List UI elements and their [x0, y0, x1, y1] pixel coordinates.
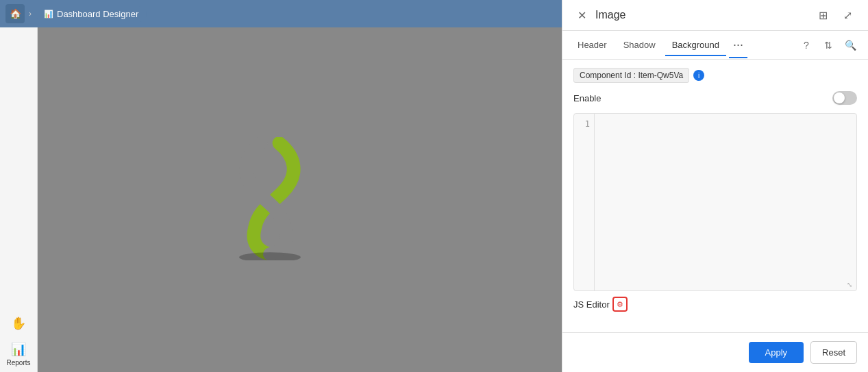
reports-label: Reports [6, 359, 30, 367]
code-content[interactable] [595, 114, 856, 290]
panel-header: ✕ Image ⊞ ⤢ [562, 0, 868, 31]
top-bar: 🏠 › 📊 Dashboard Designer [0, 0, 562, 27]
code-editor[interactable]: 1 ⤡ [573, 113, 857, 291]
tabs-bar: Header Shadow Background ··· ? ⇅ 🔍 [562, 31, 868, 60]
layout-icon-button[interactable]: ⊞ [813, 5, 832, 25]
right-panel: ✕ Image ⊞ ⤢ Header Shadow Background ···… [562, 0, 868, 372]
js-editor-label: JS Editor [573, 299, 610, 310]
sort-icon-button[interactable]: ⇅ [819, 36, 838, 55]
enable-label: Enable [573, 93, 601, 103]
reports-icon: 📊 [11, 342, 26, 357]
logo-container [215, 137, 325, 263]
panel-title: Image [595, 9, 625, 21]
tab-background[interactable]: Background [665, 34, 726, 55]
breadcrumb-label: Dashboard Designer [57, 9, 138, 19]
canvas-area[interactable]: ✋ 📊 Reports [0, 27, 562, 372]
canvas-panel: 🏠 › 📊 Dashboard Designer ✋ 📊 Reports [0, 0, 562, 372]
resize-handle[interactable]: ⤡ [847, 281, 855, 289]
tab-more[interactable]: ··· [729, 32, 747, 58]
dna-logo [215, 137, 325, 260]
line-numbers: 1 [574, 114, 595, 290]
tab-header[interactable]: Header [571, 34, 614, 55]
search-icon-button[interactable]: 🔍 [841, 36, 860, 55]
breadcrumb-dashboard-designer[interactable]: 📊 Dashboard Designer [36, 6, 147, 22]
component-id-label: Component Id : Item-Qw5Va [573, 68, 689, 83]
sidebar-icons: ✋ 📊 Reports [0, 27, 38, 372]
sidebar-item-pointer[interactable]: ✋ [0, 310, 37, 336]
component-id-row: Component Id : Item-Qw5Va i [573, 68, 857, 83]
js-editor-icon-button[interactable]: ⚙ [612, 297, 628, 312]
close-button[interactable]: ✕ [573, 7, 590, 23]
reset-button[interactable]: Reset [810, 341, 857, 364]
sidebar-item-reports[interactable]: 📊 Reports [0, 336, 37, 372]
dashboard-icon: 📊 [44, 10, 53, 18]
breadcrumb-chevron: › [29, 9, 32, 18]
expand-icon-button[interactable]: ⤢ [838, 5, 857, 25]
tab-shadow[interactable]: Shadow [617, 34, 662, 55]
enable-toggle[interactable] [832, 91, 857, 105]
panel-header-right: ⊞ ⤢ [813, 5, 857, 25]
panel-header-left: ✕ Image [573, 7, 625, 23]
apply-button[interactable]: Apply [749, 342, 804, 363]
toggle-knob [834, 92, 845, 103]
js-editor-row: JS Editor ⚙ [573, 297, 857, 312]
enable-row: Enable [573, 91, 857, 105]
svg-point-0 [239, 252, 301, 260]
help-icon-button[interactable]: ? [797, 36, 816, 55]
home-button[interactable]: 🏠 [5, 4, 25, 23]
panel-footer: Apply Reset [562, 332, 868, 372]
panel-content: Component Id : Item-Qw5Va i Enable 1 ⤡ J… [562, 60, 868, 332]
component-info-icon[interactable]: i [693, 70, 704, 81]
pointer-icon: ✋ [11, 316, 26, 331]
